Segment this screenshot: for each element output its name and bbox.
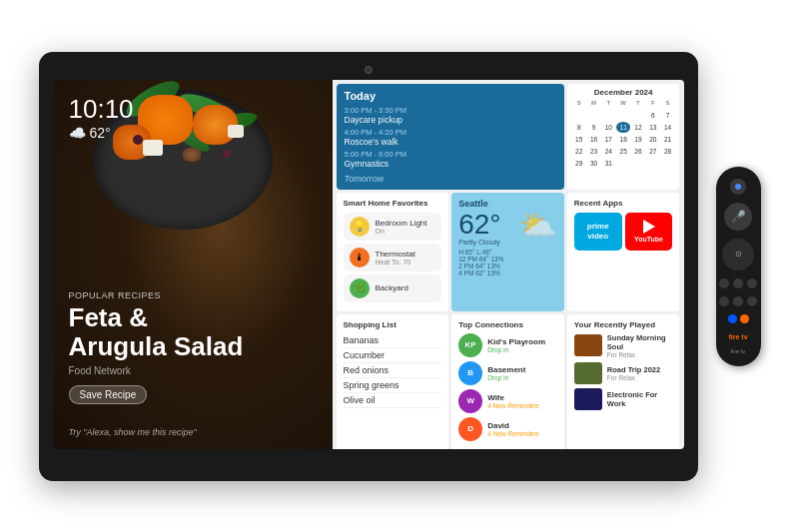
weather-section: Seattle 62° Partly Cloudy H:65° L:48° 12… (451, 193, 564, 311)
tv-camera (365, 66, 373, 74)
fire-tv-remote: 🎤 ⊙ fire tv fire tv (716, 167, 761, 366)
cal-day-20: 20 (646, 134, 660, 145)
music-item-1[interactable]: Road Trip 2022 For Relax (574, 362, 673, 384)
cloud-icon: ☁️ (69, 125, 86, 141)
connection-item-0[interactable]: KP Kid's Playroom Drop In (458, 333, 557, 357)
scene: 10:10 ☁️ 62° Popular Recipes Feta & Arug… (39, 52, 761, 481)
remote-menu-button[interactable] (747, 278, 757, 288)
temperature-display: ☁️ 62° (69, 125, 134, 141)
remote-fast-forward-button[interactable] (747, 296, 757, 306)
day-thu: T (631, 100, 645, 106)
smart-item-backyard[interactable]: 🌿 Backyard (344, 274, 442, 302)
calendar-section: December 2024 S M T W T F S (567, 84, 680, 190)
shopping-item-4: Olive oil (344, 393, 442, 408)
event-time-1: 3:00 PM - 3:30 PM (345, 106, 556, 115)
cal-day-6: 6 (646, 110, 660, 121)
cal-day-empty (631, 110, 645, 121)
connection-item-1[interactable]: B Basement Drop In (458, 361, 557, 385)
remote-play-pause-button[interactable] (733, 296, 743, 306)
connection-item-2[interactable]: W Wife 4 New Reminders (458, 389, 557, 413)
connection-avatar-3: D (458, 417, 482, 441)
cal-day-24: 24 (601, 146, 615, 157)
cal-day-18: 18 (616, 134, 630, 145)
remote-rewind-button[interactable] (719, 296, 729, 306)
music-info-0: Sunday Morning Soul For Relax (607, 333, 673, 358)
alexa-hint: Try "Alexa, show me this recipe" (69, 427, 197, 437)
remote-top-button[interactable] (730, 179, 746, 195)
connection-status-2: 4 New Reminders (487, 402, 557, 409)
backyard-info: Backyard (376, 283, 408, 292)
backyard-icon: 🌿 (350, 278, 370, 298)
cal-day-29: 29 (572, 158, 586, 169)
cal-day-27: 27 (646, 146, 660, 157)
remote-small-buttons (719, 278, 757, 288)
temperature-value: 62° (90, 125, 111, 141)
music-sub-0: For Relax (607, 351, 673, 358)
prime-video-tile[interactable]: primevideo (574, 213, 622, 251)
recently-played-title: Your Recently Played (574, 320, 673, 329)
backyard-name: Backyard (376, 283, 408, 292)
weather-12pm: 12 PM 64° 13% (458, 256, 557, 263)
cal-day-empty (587, 110, 601, 121)
tomorrow-header: Tomorrow (345, 174, 556, 184)
today-section: Today 3:00 PM - 3:30 PM Daycare pickup 4… (337, 84, 564, 190)
recent-apps-title: Recent Apps (574, 199, 673, 208)
remote-home-button[interactable] (733, 278, 743, 288)
weather-2pm: 2 PM 64° 13% (458, 263, 557, 269)
smart-item-thermostat[interactable]: 🌡 Thermostat Heat To: 70 (344, 244, 442, 271)
youtube-tile[interactable]: YouTube (625, 213, 673, 251)
connection-info-0: Kid's Playroom Drop In (487, 337, 557, 353)
music-item-2[interactable]: Electronic For Work (574, 388, 673, 410)
thermostat-status: Heat To: 70 (376, 259, 415, 266)
save-recipe-button[interactable]: Save Recipe (69, 385, 148, 404)
music-sub-1: For Relax (607, 374, 673, 381)
thermostat-info: Thermostat Heat To: 70 (376, 250, 415, 266)
bedroom-light-icon: 💡 (350, 217, 370, 237)
cal-day-empty (601, 107, 615, 109)
fire-tv-label: fire tv (731, 348, 746, 354)
smart-home-title: Smart Home Favorites (344, 199, 442, 208)
cal-day-empty (646, 158, 660, 169)
cal-day-7: 7 (661, 110, 675, 121)
cal-week-2: 6 7 (572, 110, 675, 121)
cal-day-10: 10 (601, 122, 615, 133)
recent-apps-section: Recent Apps primevideo YouTube (567, 193, 680, 311)
cal-day-26: 26 (631, 146, 645, 157)
calendar-month: December 2024 (572, 88, 675, 97)
cal-day-empty (646, 107, 660, 109)
app-grid: primevideo YouTube (574, 213, 673, 251)
remote-colored-buttons (728, 314, 749, 323)
connection-info-2: Wife 4 New Reminders (487, 393, 557, 409)
remote-netflix-button[interactable] (740, 314, 749, 323)
recipe-title-line1: Feta & (69, 302, 148, 332)
today-header: Today (345, 90, 556, 102)
music-item-0[interactable]: Sunday Morning Soul For Relax (574, 333, 673, 358)
connection-name-1: Basement (487, 365, 557, 374)
cal-week-1 (572, 107, 675, 109)
cal-day-15: 15 (572, 134, 586, 145)
shopping-item-2: Red onions (344, 363, 442, 378)
connection-item-3[interactable]: D David 4 New Reminders (458, 417, 557, 441)
cal-day-today: 11 (616, 122, 630, 133)
music-thumb-0 (574, 334, 602, 356)
cal-day-empty (587, 107, 601, 109)
smart-item-bedroom-light[interactable]: 💡 Bedroom Light On (344, 213, 442, 241)
cal-day-14: 14 (661, 122, 675, 133)
tv-frame: 10:10 ☁️ 62° Popular Recipes Feta & Arug… (39, 52, 698, 481)
youtube-play-icon (643, 220, 655, 234)
cal-day-16: 16 (587, 134, 601, 145)
remote-back-button[interactable] (719, 278, 729, 288)
top-connections-section: Top Connections KP Kid's Playroom Drop I… (451, 314, 564, 449)
remote-prime-button[interactable] (728, 314, 737, 323)
event-title-2: Roscoe's walk (345, 137, 556, 148)
weather-high-low: H:65° L:48° (458, 249, 557, 256)
food-network-label: Food Network (69, 365, 317, 376)
remote-mic-button[interactable]: 🎤 (724, 203, 752, 231)
cal-day-31: 31 (601, 158, 615, 169)
walnut (183, 148, 201, 162)
cal-day-8: 8 (572, 122, 586, 133)
connections-title: Top Connections (458, 320, 557, 329)
remote-nav-ring[interactable]: ⊙ (722, 239, 754, 270)
music-title-0: Sunday Morning Soul (607, 333, 673, 351)
cal-day-empty (661, 158, 675, 169)
